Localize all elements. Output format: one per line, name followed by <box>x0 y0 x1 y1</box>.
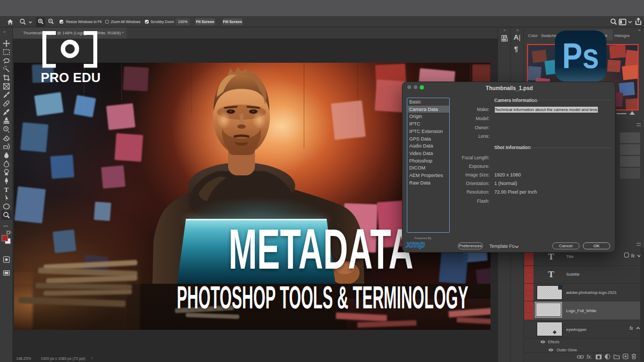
svg-text:PRO EDU: PRO EDU <box>41 70 100 85</box>
svg-text:T: T <box>4 186 9 193</box>
